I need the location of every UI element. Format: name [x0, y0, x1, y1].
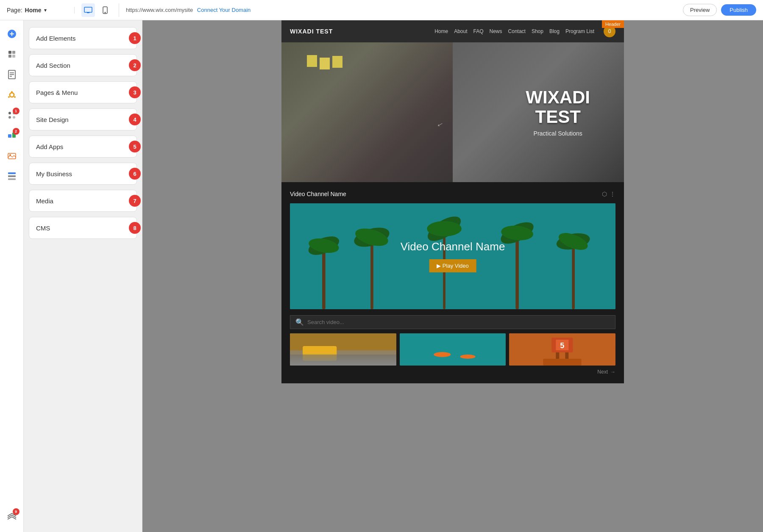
thumbnail-1[interactable]	[290, 333, 396, 366]
page-name: Home	[25, 7, 42, 14]
step-badge-3: 3	[129, 86, 141, 98]
site-logo[interactable]: WIXADI TEST	[290, 28, 333, 35]
settings-icon[interactable]: ⋮	[610, 191, 615, 197]
nav-program-list[interactable]: Program List	[565, 28, 594, 34]
panel-site-design[interactable]: Site Design 4	[29, 108, 137, 130]
icon-sidebar: 1 2 9	[0, 20, 24, 532]
page-selector[interactable]: Page: Home ▾	[7, 7, 75, 14]
svg-point-45	[427, 221, 462, 236]
sidebar-item-apps[interactable]: 1	[3, 106, 21, 125]
top-bar-actions: Preview Publish	[683, 4, 756, 16]
svg-rect-7	[8, 51, 11, 54]
share-icon[interactable]: ⬡	[602, 191, 607, 197]
svg-rect-8	[12, 51, 15, 54]
add-apps-label: Add Apps	[36, 143, 63, 150]
hero-title: WIXADI TEST	[526, 88, 590, 127]
step-badge-2: 2	[129, 59, 141, 71]
pages-menu-label: Pages & Menu	[36, 89, 78, 96]
svg-text:5: 5	[560, 341, 565, 350]
nav-faq[interactable]: FAQ	[473, 28, 484, 34]
my-business-badge: 2	[13, 128, 19, 135]
step-badge-1: 1	[129, 32, 141, 44]
nav-home[interactable]: Home	[434, 28, 448, 34]
top-bar: Page: Home ▾ https://www.wix.com/mysite …	[0, 0, 763, 20]
svg-rect-28	[8, 175, 16, 177]
site-preview: Header WIXADI TEST Home About FAQ News C…	[281, 20, 624, 383]
video-thumbnails: 5	[290, 333, 615, 366]
svg-rect-9	[8, 55, 11, 58]
svg-rect-40	[572, 241, 575, 309]
video-search-bar[interactable]: 🔍	[290, 315, 615, 329]
sticky-note-3	[332, 56, 343, 68]
search-icon: 🔍	[295, 318, 304, 326]
sticky-notes	[307, 55, 343, 69]
svg-rect-49	[290, 355, 396, 366]
svg-point-15	[10, 93, 14, 97]
svg-rect-29	[8, 178, 16, 180]
svg-rect-47	[290, 350, 396, 366]
cms-label: CMS	[36, 224, 50, 232]
sidebar-item-my-business[interactable]: 2	[3, 126, 21, 145]
canvas-area: Header WIXADI TEST Home About FAQ News C…	[142, 20, 763, 532]
nav-links: Home About FAQ News Contact Shop Blog Pr…	[434, 25, 615, 37]
video-overlay-text: Video Channel Name ▶ Play Video	[401, 240, 505, 272]
video-main-player[interactable]: Video Channel Name ▶ Play Video	[290, 203, 615, 309]
sidebar-item-layers[interactable]: 9	[3, 507, 21, 525]
thumbnail-2[interactable]	[400, 333, 506, 366]
media-label: Media	[36, 197, 53, 205]
panel-add-apps[interactable]: Add Apps 5	[29, 136, 137, 158]
panel-sidebar: Add Elements 1 Add Section 2 Pages & Men…	[24, 20, 142, 532]
thumbnail-1-image	[290, 333, 396, 366]
svg-rect-59	[543, 359, 582, 366]
add-elements-label: Add Elements	[36, 35, 75, 42]
desktop-icon[interactable]	[81, 3, 95, 17]
video-title: Video Channel Name	[401, 240, 505, 253]
video-search-input[interactable]	[307, 319, 610, 325]
nav-about[interactable]: About	[454, 28, 467, 34]
page-label: Page:	[7, 7, 22, 14]
panel-cms[interactable]: CMS 8	[29, 217, 137, 239]
video-section-icons: ⬡ ⋮	[602, 191, 615, 197]
url-display: https://www.wix.com/mysite Connect Your …	[126, 7, 676, 13]
sidebar-item-design[interactable]	[3, 45, 21, 64]
channel-name: Video Channel Name	[290, 191, 346, 197]
preview-button[interactable]: Preview	[683, 4, 717, 16]
nav-contact[interactable]: Contact	[508, 28, 526, 34]
sidebar-item-pages[interactable]	[3, 65, 21, 84]
mobile-icon[interactable]	[98, 3, 112, 17]
panel-add-section[interactable]: Add Section 2	[29, 54, 137, 76]
hero-section: ← WIXADI TEST Practical Solutions	[281, 42, 624, 182]
panel-my-business[interactable]: My Business 6	[29, 163, 137, 185]
my-business-label: My Business	[36, 170, 72, 177]
publish-button[interactable]: Publish	[721, 4, 756, 16]
nav-shop[interactable]: Shop	[532, 28, 543, 34]
next-arrow-icon: →	[610, 369, 615, 375]
site-nav: WIXADI TEST Home About FAQ News Contact …	[281, 20, 624, 42]
hero-subtitle: Practical Solutions	[526, 130, 590, 137]
step-badge-6: 6	[129, 168, 141, 180]
device-switcher	[81, 3, 119, 17]
site-design-label: Site Design	[36, 116, 69, 123]
chevron-down-icon: ▾	[44, 7, 47, 13]
svg-point-21	[8, 116, 11, 119]
svg-rect-48	[303, 346, 337, 361]
sidebar-item-cms[interactable]	[3, 167, 21, 186]
play-video-button[interactable]: ▶ Play Video	[429, 259, 476, 272]
thumbnail-3[interactable]: 5	[509, 333, 615, 366]
step-badge-7: 7	[129, 195, 141, 207]
svg-point-17	[8, 96, 10, 98]
nav-blog[interactable]: Blog	[549, 28, 560, 34]
video-next[interactable]: Next →	[290, 369, 615, 375]
panel-media[interactable]: Media 7	[29, 190, 137, 212]
panel-pages-menu[interactable]: Pages & Menu 3	[29, 81, 137, 103]
connect-domain-link[interactable]: Connect Your Domain	[197, 7, 251, 13]
sidebar-item-site-design[interactable]	[3, 86, 21, 104]
svg-point-19	[8, 112, 11, 114]
nav-news[interactable]: News	[490, 28, 502, 34]
panel-add-elements[interactable]: Add Elements 1	[29, 27, 137, 49]
svg-point-16	[11, 91, 13, 93]
svg-rect-31	[322, 246, 326, 309]
svg-point-3	[105, 12, 106, 13]
sidebar-item-media[interactable]	[3, 147, 21, 165]
sidebar-item-add[interactable]	[3, 25, 21, 43]
